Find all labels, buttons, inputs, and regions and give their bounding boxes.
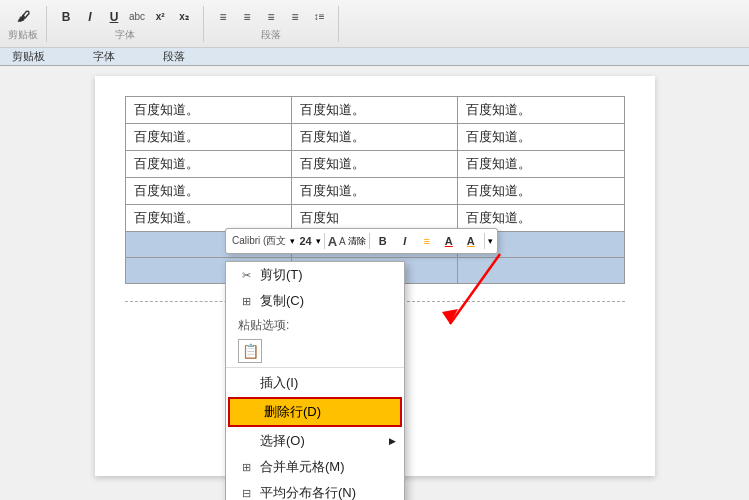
mini-more[interactable]: ▾ (488, 236, 493, 246)
merge-icon: ⊞ (238, 461, 254, 474)
table-cell[interactable]: 百度知道。 (291, 124, 457, 151)
mini-fontcolor2-btn[interactable]: A (461, 232, 481, 250)
table-row[interactable]: 百度知道。 百度知道。 百度知道。 (125, 151, 624, 178)
table-cell[interactable]: 百度知道。 (125, 151, 291, 178)
ctx-merge-label: 合并单元格(M) (260, 458, 392, 476)
mini-grow[interactable]: A (328, 234, 337, 249)
paragraph-section: ≡ ≡ ≡ ≡ ↕≡ 段落 (212, 6, 339, 42)
table-cell[interactable]: 百度知道。 (458, 151, 624, 178)
copy-icon: ⊞ (238, 295, 254, 308)
table-cell[interactable]: 百度知道。 (291, 97, 457, 124)
bold-btn[interactable]: B (55, 6, 77, 28)
table-cell[interactable]: 百度知道。 (458, 97, 624, 124)
para-row1: ≡ ≡ ≡ ≡ ↕≡ (212, 6, 330, 28)
paste-icon-box[interactable]: 📋 (238, 339, 262, 363)
ctx-dist-rows[interactable]: ⊟ 平均分布各行(N) (226, 480, 404, 500)
mini-highlight-btn[interactable]: ≡ (417, 232, 437, 250)
align-left-btn[interactable]: ≡ (212, 6, 234, 28)
cut-icon: ✂ (238, 269, 254, 282)
delete-row-highlight-box: 删除行(D) (228, 397, 402, 427)
underline-btn[interactable]: U (103, 6, 125, 28)
font-section: B I U abc x² x₂ 字体 (55, 6, 204, 42)
ctx-select-label: 选择(O) (260, 432, 392, 450)
mini-shrink[interactable]: A (339, 236, 346, 247)
ctx-copy[interactable]: ⊞ 复制(C) (226, 288, 404, 314)
main-toolbar: 🖌 剪贴板 B I U abc x² x₂ 字体 ≡ ≡ ≡ ≡ (0, 0, 749, 48)
paragraph-group: ≡ ≡ ≡ ≡ ↕≡ 段落 (212, 6, 330, 42)
ribbon-paragraph[interactable]: 段落 (159, 49, 189, 64)
word-table[interactable]: 百度知道。 百度知道。 百度知道。 百度知道。 百度知道。 百度知道。 百度知道… (125, 96, 625, 284)
line-spacing-btn[interactable]: ↕≡ (308, 6, 330, 28)
table-row[interactable]: 百度知道。 百度知道。 百度知道。 (125, 124, 624, 151)
table-cell[interactable]: 百度知道。 (291, 178, 457, 205)
mini-toolbar: Calibri (西文 ▾ 24 ▾ A A 清除 B I ≡ A A ▾ (225, 228, 498, 254)
align-center-btn[interactable]: ≡ (236, 6, 258, 28)
table-cell[interactable]: 百度知道。 (458, 124, 624, 151)
mini-font-drop[interactable]: ▾ (290, 236, 295, 246)
mini-size-drop[interactable]: ▾ (316, 236, 321, 246)
ribbon-labels: 剪贴板 字体 段落 (0, 48, 749, 66)
mini-clear[interactable]: 清除 (348, 235, 366, 248)
ctx-delete-row[interactable]: 删除行(D) (230, 399, 400, 425)
ctx-paste-icon[interactable]: 📋 (226, 337, 404, 365)
clipboard-row: 🖌 (12, 6, 34, 28)
table-row[interactable]: 百度知道。 百度知道。 百度知道。 (125, 178, 624, 205)
ctx-copy-label: 复制(C) (260, 292, 392, 310)
ctx-cut-label: 剪切(T) (260, 266, 392, 284)
paragraph-label: 段落 (261, 28, 281, 42)
justify-btn[interactable]: ≡ (284, 6, 306, 28)
ctx-sep1 (226, 367, 404, 368)
mini-fontcolor-btn[interactable]: A (439, 232, 459, 250)
ctx-delete-row-label: 删除行(D) (264, 403, 388, 421)
table-row[interactable]: 百度知道。 百度知道。 百度知道。 (125, 97, 624, 124)
ctx-cut[interactable]: ✂ 剪切(T) (226, 262, 404, 288)
subscript-btn[interactable]: x₂ (173, 6, 195, 28)
ctx-dist-rows-label: 平均分布各行(N) (260, 484, 392, 500)
mini-sep1 (324, 233, 325, 249)
document-area: 百度知道。 百度知道。 百度知道。 百度知道。 百度知道。 百度知道。 百度知道… (0, 66, 749, 500)
table-cell[interactable]: 百度知道。 (458, 178, 624, 205)
ctx-insert[interactable]: 插入(I) (226, 370, 404, 396)
font-label: 字体 (115, 28, 135, 42)
italic-btn[interactable]: I (79, 6, 101, 28)
ribbon-font[interactable]: 字体 (89, 49, 119, 64)
mini-sep2 (369, 233, 370, 249)
table-cell[interactable]: 百度知道。 (125, 124, 291, 151)
mini-italic-btn[interactable]: I (395, 232, 415, 250)
superscript-btn[interactable]: x² (149, 6, 171, 28)
clipboard-group: 🖌 剪贴板 (8, 6, 38, 42)
ribbon-clipboard[interactable]: 剪贴板 (8, 49, 49, 64)
clipboard-section: 🖌 剪贴板 (8, 6, 47, 42)
table-cell[interactable]: 百度知道。 (125, 178, 291, 205)
table-cell[interactable]: 百度知道。 (291, 151, 457, 178)
ctx-insert-label: 插入(I) (260, 374, 392, 392)
context-menu: ✂ 剪切(T) ⊞ 复制(C) 粘贴选项: 📋 插入(I) 删除行(D) 选择(… (225, 261, 405, 500)
ctx-paste-label: 粘贴选项: (226, 314, 404, 337)
mini-font-name: Calibri (西文 (230, 234, 288, 248)
mini-font-size[interactable]: 24 (297, 235, 313, 247)
format-painter-btn[interactable]: 🖌 (12, 6, 34, 28)
paste-options-text: 粘贴选项: (238, 317, 289, 334)
table-cell-selected[interactable] (458, 258, 624, 284)
table-cell[interactable]: 百度知道。 (125, 97, 291, 124)
mini-bold-btn[interactable]: B (373, 232, 393, 250)
ctx-merge[interactable]: ⊞ 合并单元格(M) (226, 454, 404, 480)
font-group: B I U abc x² x₂ 字体 (55, 6, 195, 42)
mini-sep3 (484, 233, 485, 249)
page-break-line-right (397, 301, 625, 302)
clipboard-label: 剪贴板 (8, 28, 38, 42)
font-row1: B I U abc x² x₂ (55, 6, 195, 28)
align-right-btn[interactable]: ≡ (260, 6, 282, 28)
dist-rows-icon: ⊟ (238, 487, 254, 500)
ctx-select[interactable]: 选择(O) (226, 428, 404, 454)
